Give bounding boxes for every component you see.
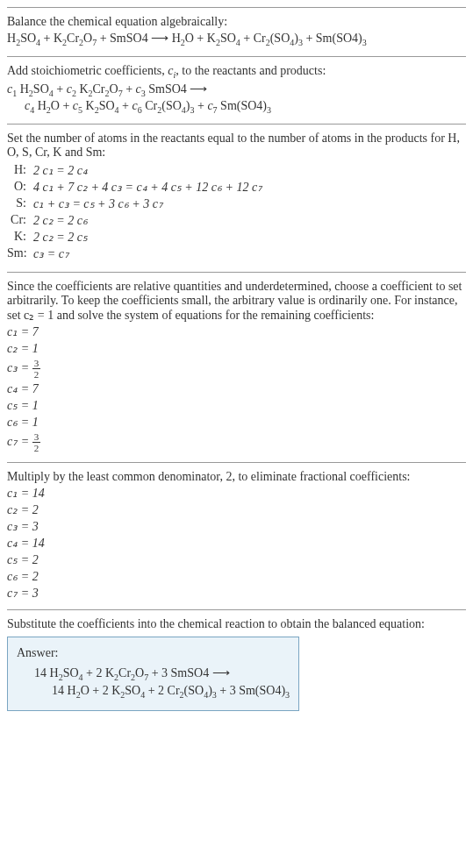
coef-c1: c₁ = 7 (7, 324, 466, 339)
atom-eq: c₁ + c₃ = c₅ + 3 c₆ + 3 c₇ (33, 196, 466, 211)
atom-eq: 2 c₁ = 2 c₄ (33, 163, 466, 178)
answer-box: Answer: 14 H2SO4 + 2 K2Cr2O7 + 3 SmSO4 ⟶… (7, 637, 299, 711)
stoich-equation-line2: c4 H2O + c5 K2SO4 + c6 Cr2(SO4)3 + c7 Sm… (7, 99, 466, 115)
atom-table: H: 2 c₁ = 2 c₄ O: 4 c₁ + 7 c₂ + 4 c₃ = c… (7, 163, 466, 261)
unbalanced-equation: H2SO4 + K2Cr2O7 + SmSO4 ⟶ H2O + K2SO4 + … (7, 31, 466, 47)
atom-row-cr: Cr: 2 c₂ = 2 c₆ (7, 213, 466, 228)
section-atom-equations: Set the number of atoms in the reactants… (7, 124, 466, 272)
coef-c1: c₁ = 14 (7, 486, 466, 501)
atom-row-s: S: c₁ + c₃ = c₅ + 3 c₆ + 3 c₇ (7, 196, 466, 211)
coef-c5: c₅ = 2 (7, 552, 466, 567)
answer-label: Answer: (17, 646, 290, 660)
intro-text: Substitute the coefficients into the che… (7, 617, 466, 631)
section-multiply: Multiply by the least common denominator… (7, 462, 466, 609)
coef-c3: c₃ = 32 (7, 358, 466, 380)
section-answer: Substitute the coefficients into the che… (7, 609, 466, 718)
atom-label: S: (7, 196, 33, 211)
coef-c4: c₄ = 7 (7, 381, 466, 396)
atom-label: Cr: (7, 213, 33, 228)
intro-text: Multiply by the least common denominator… (7, 470, 466, 484)
atom-label: H: (7, 163, 33, 178)
atom-label: Sm: (7, 246, 33, 261)
atom-eq: 2 c₂ = 2 c₅ (33, 230, 466, 245)
coef-c5: c₅ = 1 (7, 398, 466, 413)
coef-c6: c₆ = 1 (7, 415, 466, 430)
coef-c3: c₃ = 3 (7, 519, 466, 534)
coef-c2: c₂ = 2 (7, 502, 466, 517)
fraction: 32 (32, 431, 41, 453)
atom-eq: 2 c₂ = 2 c₆ (33, 213, 466, 228)
intro-text: Add stoichiometric coefficients, ci, to … (7, 64, 466, 80)
balanced-equation-line1: 14 H2SO4 + 2 K2Cr2O7 + 3 SmSO4 ⟶ (17, 665, 290, 682)
coef-c6: c₆ = 2 (7, 569, 466, 584)
balanced-equation-line2: 14 H2O + 2 K2SO4 + 2 Cr2(SO4)3 + 3 Sm(SO… (17, 684, 290, 700)
atom-eq: 4 c₁ + 7 c₂ + 4 c₃ = c₄ + 4 c₅ + 12 c₆ +… (33, 180, 466, 195)
fraction: 32 (32, 358, 41, 380)
stoich-equation-line1: c1 H2SO4 + c2 K2Cr2O7 + c3 SmSO4 ⟶ (7, 82, 466, 98)
atom-label: O: (7, 180, 33, 195)
intro-text: Since the coefficients are relative quan… (7, 280, 466, 323)
atom-row-h: H: 2 c₁ = 2 c₄ (7, 163, 466, 178)
intro-text: Set the number of atoms in the reactants… (7, 132, 466, 160)
atom-row-k: K: 2 c₂ = 2 c₅ (7, 230, 466, 245)
coef-c7: c₇ = 32 (7, 431, 466, 453)
section-solve-fractional: Since the coefficients are relative quan… (7, 272, 466, 462)
section-unbalanced: Balance the chemical equation algebraica… (7, 7, 466, 56)
intro-text: Balance the chemical equation algebraica… (7, 15, 466, 29)
atom-label: K: (7, 230, 33, 245)
atom-eq: c₃ = c₇ (33, 246, 466, 261)
atom-row-sm: Sm: c₃ = c₇ (7, 246, 466, 261)
coef-c4: c₄ = 14 (7, 536, 466, 551)
coef-c7: c₇ = 3 (7, 586, 466, 601)
coef-c2: c₂ = 1 (7, 341, 466, 356)
section-stoichiometric: Add stoichiometric coefficients, ci, to … (7, 56, 466, 124)
atom-row-o: O: 4 c₁ + 7 c₂ + 4 c₃ = c₄ + 4 c₅ + 12 c… (7, 180, 466, 195)
